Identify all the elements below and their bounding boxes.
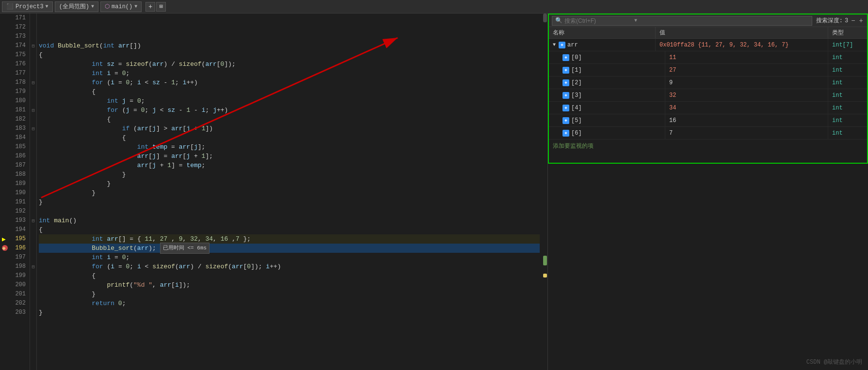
fold-193[interactable]: ⊟ bbox=[30, 216, 36, 225]
watch-row-6[interactable]: ◈ [6] 7 int bbox=[549, 127, 867, 139]
add-watch-row[interactable]: 添加要监视的项 bbox=[549, 139, 867, 152]
code-line-196: Bubble_sort(arr); 已用时间 <= 6ms bbox=[39, 244, 540, 253]
watch-search-box[interactable]: 🔍 ▼ bbox=[552, 16, 812, 26]
code-line-194: { bbox=[39, 225, 540, 234]
watch-cell-type-4: int bbox=[828, 102, 867, 114]
line-numbers: 171 172 173 174 175 176 177 178 179 180 … bbox=[10, 14, 30, 370]
search-dropdown-icon[interactable]: ▼ bbox=[634, 18, 637, 23]
scope-selector[interactable]: (全局范围) ▼ bbox=[55, 1, 98, 12]
code-line-199: { bbox=[39, 271, 540, 280]
code-line-195: int arr[] = { 11, 27 , 9, 32, 34, 16 ,7 … bbox=[39, 234, 540, 244]
code-line-189: } bbox=[39, 179, 540, 188]
watch-cell-name-arr: ▼ ◈ arr bbox=[549, 39, 656, 51]
watch-cell-value-5: 16 bbox=[665, 114, 828, 126]
code-line-188: } bbox=[39, 170, 540, 179]
watch-cell-name-0: ◈ [0] bbox=[559, 51, 665, 63]
func-dropdown-arrow: ▼ bbox=[134, 4, 137, 9]
arr6-name: [6] bbox=[571, 130, 582, 137]
scroll-mark-yellow bbox=[543, 274, 547, 278]
arr3-var-icon: ◈ bbox=[563, 92, 569, 99]
plus-icon: + bbox=[148, 3, 152, 11]
col-header-value: 值 bbox=[656, 27, 828, 38]
code-line-171 bbox=[39, 14, 540, 23]
time-tooltip: 已用时间 <= 6ms bbox=[160, 243, 209, 254]
code-line-173 bbox=[39, 32, 540, 41]
watch-search-input[interactable] bbox=[564, 17, 632, 24]
watermark: CSDN @敲键盘的小明 bbox=[806, 358, 862, 366]
project-icon: ⬛ bbox=[6, 3, 14, 10]
watch-cell-type-5: int bbox=[828, 114, 867, 126]
code-line-180: int j = 0; bbox=[39, 96, 540, 106]
depth-value: 3 bbox=[845, 17, 848, 24]
scope-dropdown-arrow: ▼ bbox=[91, 4, 94, 9]
depth-label: 搜索深度: bbox=[816, 16, 843, 25]
code-line-200: printf("%d ", arr[i]); bbox=[39, 280, 540, 290]
fold-178[interactable]: ⊟ bbox=[30, 78, 36, 87]
debug-arrow-195: ▶ bbox=[0, 234, 8, 244]
scope-label: (全局范围) bbox=[59, 2, 89, 11]
watch-row-5[interactable]: ◈ [5] 16 int bbox=[549, 114, 867, 127]
col-header-type: 类型 bbox=[828, 27, 867, 38]
code-line-174: void Bubble_sort(int arr[]) bbox=[39, 41, 540, 50]
code-line-178: for (i = 0; i < sz - 1; i++) bbox=[39, 78, 540, 87]
scroll-mark-green bbox=[543, 256, 547, 265]
watch-toolbar: 🔍 ▼ 搜索深度: 3 − + bbox=[549, 15, 867, 27]
code-line-191: } bbox=[39, 198, 540, 207]
watch-row-4[interactable]: ◈ [4] 34 int bbox=[549, 102, 867, 114]
depth-plus[interactable]: + bbox=[858, 17, 864, 25]
arr1-name: [1] bbox=[571, 67, 582, 74]
fold-198[interactable]: ⊟ bbox=[30, 262, 36, 271]
code-editor[interactable]: ▶ ◆ 171 172 173 174 175 176 177 178 179 … bbox=[0, 14, 548, 370]
arr0-name: [0] bbox=[571, 54, 582, 61]
arr4-name: [4] bbox=[571, 105, 582, 111]
watch-cell-name-4: ◈ [4] bbox=[559, 102, 665, 114]
arr-expand-arrow[interactable]: ▼ bbox=[553, 42, 556, 47]
code-line-179: { bbox=[39, 87, 540, 96]
scroll-up-thumb[interactable] bbox=[543, 14, 547, 22]
watch-row-1[interactable]: ◈ [1] 27 int bbox=[549, 64, 867, 77]
watch-panel: 🔍 ▼ 搜索深度: 3 − + 名称 值 类型 bbox=[548, 14, 868, 164]
watch-cell-value-4: 34 bbox=[665, 102, 828, 114]
watch-row-3[interactable]: ◈ [3] 32 int bbox=[549, 89, 867, 102]
code-line-177: int i = 0; bbox=[39, 69, 540, 78]
watch-cell-name-1: ◈ [1] bbox=[559, 64, 665, 76]
arr6-var-icon: ◈ bbox=[563, 130, 569, 137]
watch-row-0[interactable]: ◈ [0] 11 int bbox=[549, 51, 867, 64]
watch-cell-name-6: ◈ [6] bbox=[559, 127, 665, 139]
fold-183[interactable]: ⊟ bbox=[30, 124, 36, 133]
code-scrollbar[interactable] bbox=[542, 14, 547, 370]
watch-cell-value-arr: 0x010ffa28 {11, 27, 9, 32, 34, 16, 7} bbox=[656, 39, 828, 51]
watch-cell-name-3: ◈ [3] bbox=[559, 89, 665, 101]
code-line-198: for (i = 0; i < sizeof(arr) / sizeof(arr… bbox=[39, 262, 540, 271]
code-line-202: return 0; bbox=[39, 299, 540, 308]
depth-minus[interactable]: − bbox=[850, 17, 856, 25]
add-watch-button[interactable]: + bbox=[145, 2, 155, 12]
watch-row-arr[interactable]: ▼ ◈ arr 0x010ffa28 {11, 27, 9, 32, 34, 1… bbox=[549, 39, 867, 51]
func-icon: ⬡ bbox=[105, 3, 110, 10]
code-line-172 bbox=[39, 23, 540, 32]
watch-row-2[interactable]: ◈ [2] 9 int bbox=[549, 77, 867, 89]
expand-icon: ⊞ bbox=[160, 3, 163, 10]
code-line-181: for (j = 0; j < sz - 1 - i; j++) bbox=[39, 106, 540, 115]
watch-cell-name-2: ◈ [2] bbox=[559, 77, 665, 89]
fold-181[interactable]: ⊟ bbox=[30, 106, 36, 115]
depth-control: 搜索深度: 3 − + bbox=[816, 16, 864, 25]
fold-174[interactable]: ⊟ bbox=[30, 41, 36, 50]
arr1-var-icon: ◈ bbox=[563, 67, 569, 74]
expand-button[interactable]: ⊞ bbox=[156, 2, 166, 12]
function-selector[interactable]: ⬡ main() ▼ bbox=[100, 1, 142, 12]
debug-current-196: ◆ bbox=[0, 244, 8, 253]
watch-cell-name-5: ◈ [5] bbox=[559, 114, 665, 126]
watch-cell-value-0: 11 bbox=[665, 51, 828, 63]
arr-var-icon: ◈ bbox=[559, 42, 565, 48]
project-selector[interactable]: ⬛ Project3 ▼ bbox=[2, 1, 53, 12]
watch-panel-container: 🔍 ▼ 搜索深度: 3 − + 名称 值 类型 bbox=[548, 14, 868, 370]
arr5-var-icon: ◈ bbox=[563, 117, 569, 124]
watch-cell-type-6: int bbox=[828, 127, 867, 139]
watch-cell-type-arr: int[7] bbox=[828, 39, 867, 51]
search-icon: 🔍 bbox=[555, 17, 563, 24]
code-content[interactable]: void Bubble_sort(int arr[]) { int sz = s… bbox=[37, 14, 542, 370]
code-line-193: int main() bbox=[39, 216, 540, 225]
code-line-192 bbox=[39, 207, 540, 216]
arr3-name: [3] bbox=[571, 92, 582, 99]
